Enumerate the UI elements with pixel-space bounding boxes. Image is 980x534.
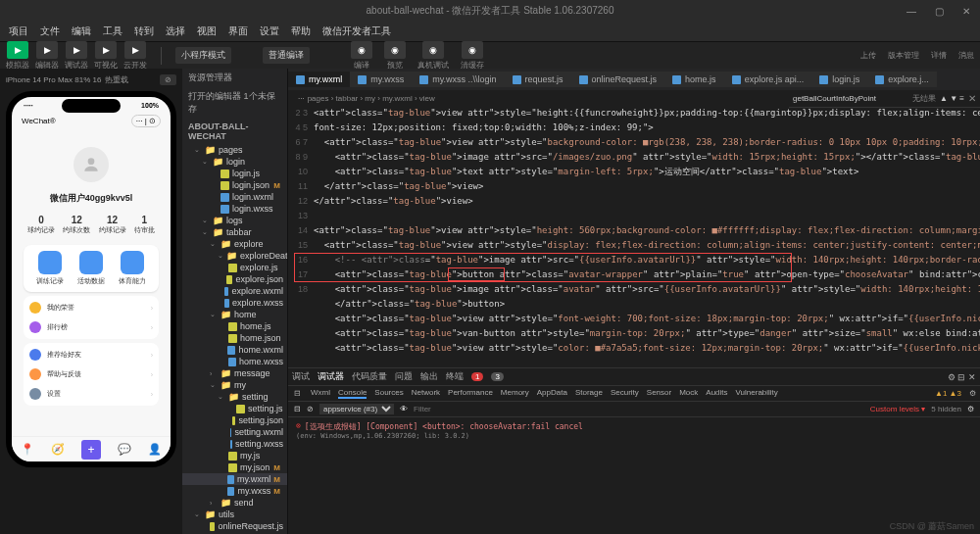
max-button[interactable]: ▢ <box>929 6 949 17</box>
toolbar: ▶模拟器▶编辑器▶调试器▶可视化▶云开发 小程序模式 普通编译 ◉编译◉预览◉真… <box>0 41 980 69</box>
tree-item[interactable]: ›📁message <box>182 367 287 379</box>
tree-item[interactable]: login.wxss <box>182 203 287 215</box>
tree-item[interactable]: ⌄📁login <box>182 156 287 168</box>
tree-item[interactable]: ⌄📁exploreDeatil <box>182 250 287 262</box>
tree-item[interactable]: explore.js <box>182 262 287 273</box>
editor-tab[interactable]: explore.j... <box>867 72 937 87</box>
tree-item[interactable]: home.wxss <box>182 356 287 367</box>
editor-tab[interactable]: login.js <box>811 72 867 87</box>
compile-mode-select[interactable]: 小程序模式 <box>175 47 231 64</box>
device-label[interactable]: iPhone 14 Pro Max 81% 16 <box>6 75 101 84</box>
tree-item[interactable]: ⌄📁setting <box>182 391 287 403</box>
menu-微信开发者工具[interactable]: 微信开发者工具 <box>318 23 396 40</box>
tree-item[interactable]: explore.wxss <box>182 297 287 309</box>
gear-icon[interactable]: ⚙ <box>969 389 976 398</box>
tree-item[interactable]: ⌄📁home <box>182 309 287 320</box>
menu-工具[interactable]: 工具 <box>98 23 127 40</box>
console-output: ⊗[选项生成报错] [Component] <button>: chooseAv… <box>288 417 980 444</box>
menu-帮助[interactable]: 帮助 <box>286 23 316 40</box>
tree-item[interactable]: explore.json <box>182 273 287 285</box>
tree-item[interactable]: setting.wxml <box>182 426 287 438</box>
tree-item[interactable]: login.wxml <box>182 191 287 203</box>
tree-item[interactable]: home.wxml <box>182 344 287 356</box>
tree-item[interactable]: ⌄📁logs <box>182 215 287 226</box>
menu-界面[interactable]: 界面 <box>223 23 253 40</box>
menu-编辑[interactable]: 编辑 <box>67 23 96 40</box>
editor-tab[interactable]: request.js <box>505 72 571 87</box>
tree-item[interactable]: setting.json <box>182 414 287 426</box>
filter-input[interactable] <box>414 405 864 413</box>
menu-项目[interactable]: 项目 <box>4 23 33 40</box>
editor-tab[interactable]: my.wxss <box>350 72 412 87</box>
nickname: 微信用户40gg9kvv5l <box>20 192 163 205</box>
window-title: about-ball-wechat - 微信开发者工具 Stable 1.06.… <box>367 4 614 18</box>
phone-tabbar[interactable]: 📍🧭+💬👤 <box>12 436 171 461</box>
ordinary-compile-select[interactable]: 普通编译 <box>263 47 310 64</box>
tree-item[interactable]: my.wxssM <box>182 485 287 497</box>
min-button[interactable]: — <box>902 6 921 17</box>
editor-tab[interactable]: my.wxml <box>288 72 350 87</box>
editor-tab[interactable]: home.js <box>664 72 724 87</box>
menu-视图[interactable]: 视图 <box>192 23 221 40</box>
tree-item[interactable]: ⌄📁utils <box>182 509 287 520</box>
gear-icon[interactable]: ⚙ <box>967 405 974 413</box>
tree-item[interactable]: ⌄📁pages <box>182 144 287 156</box>
close-button[interactable]: ✕ <box>956 6 976 17</box>
devtools-close-icon[interactable]: ⚙ ⊟ ✕ <box>948 372 976 382</box>
tree-item[interactable]: setting.wxss <box>182 438 287 450</box>
menu-转到[interactable]: 转到 <box>129 23 159 40</box>
tree-item[interactable]: ⌄📁explore <box>182 238 287 250</box>
tree-item[interactable]: login.js <box>182 168 287 179</box>
file-explorer: 资源管理器 打开的编辑器 1个未保存 ABOUT-BALL-WECHAT ⌄📁p… <box>182 69 288 534</box>
menu-选择[interactable]: 选择 <box>161 23 190 40</box>
menu-设置[interactable]: 设置 <box>255 23 284 40</box>
editor: my.wxmlmy.wxssmy.wxss ..\\loginrequest.j… <box>288 69 980 534</box>
tree-item[interactable]: ›📁send <box>182 497 287 509</box>
hot-reload[interactable]: 热重载 <box>105 74 128 85</box>
simulator-panel: iPhone 14 Pro Max 81% 16 热重载 ⊘ ····· 100… <box>0 69 182 534</box>
avatar[interactable] <box>74 147 109 182</box>
search-term: getBallCourtInfoByPoint <box>793 94 876 103</box>
menu-bar: 项目文件编辑工具转到选择视图界面设置帮助微信开发者工具 <box>0 22 980 41</box>
devtools-panel: 调试调试器代码质量问题输出终端 1 3 ⚙ ⊟ ✕ ⊟ WxmlConsoleS… <box>288 367 980 534</box>
tree-item[interactable]: my.jsonM <box>182 461 287 473</box>
tree-item[interactable]: login.jsonM <box>182 179 287 191</box>
tree-item[interactable]: home.json <box>182 332 287 344</box>
tree-item[interactable]: ⌄📁my <box>182 379 287 391</box>
tree-item[interactable]: explore.wxml <box>182 285 287 297</box>
tree-item[interactable]: my.wxmlM <box>182 473 287 485</box>
tree-item[interactable]: ⌄📁tabbar <box>182 226 287 238</box>
capsule-button[interactable]: ··· | ⊙ <box>131 115 161 127</box>
phone-frame: ····· 100% WeChat® ··· | ⊙ 微信用户40gg9kvv5… <box>6 91 176 467</box>
tree-item[interactable]: onlineRequest.js <box>182 520 287 532</box>
editor-tab[interactable]: explore.js api... <box>724 72 812 87</box>
context-select[interactable]: appservice (#3) <box>319 404 394 414</box>
svg-point-0 <box>88 158 95 165</box>
close-icon[interactable]: ✕ <box>968 93 976 104</box>
editor-tab[interactable]: onlineRequest.js <box>571 72 665 87</box>
levels-select[interactable]: Custom levels ▾ <box>870 405 925 413</box>
tree-item[interactable]: my.js <box>182 450 287 461</box>
tree-item[interactable]: setting.js <box>182 403 287 414</box>
editor-tab[interactable]: my.wxss ..\\login <box>412 72 504 87</box>
tree-item[interactable]: home.js <box>182 320 287 332</box>
menu-文件[interactable]: 文件 <box>35 23 65 40</box>
watermark: CSDN @ 蘑菇Samen <box>890 520 974 533</box>
